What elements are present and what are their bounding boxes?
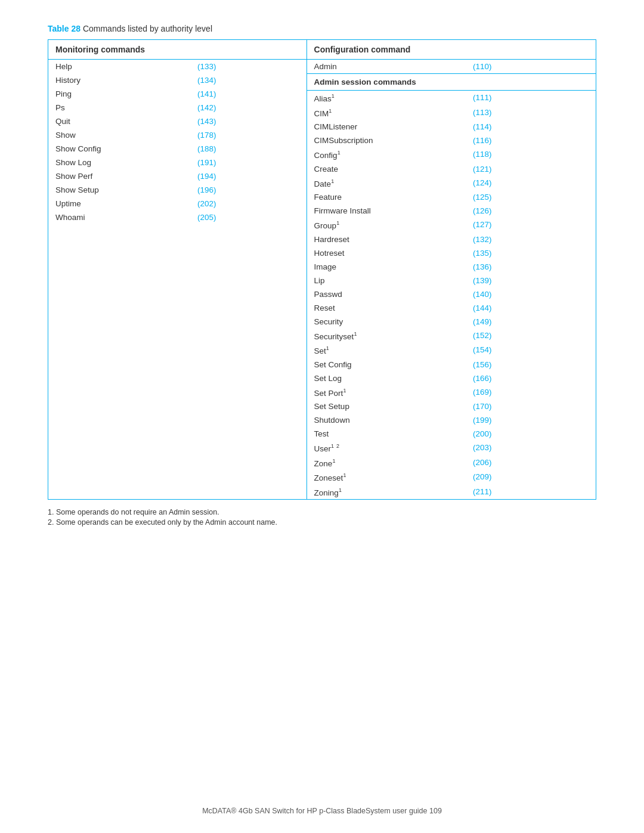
- table-number: Table 28: [48, 24, 80, 33]
- list-item: Set Setup (170): [307, 400, 596, 413]
- cmd-page: (116): [466, 134, 596, 147]
- cmd-page: (202): [190, 197, 306, 210]
- cmd-name: Uptime: [48, 197, 190, 210]
- list-item: Help (133): [48, 60, 306, 73]
- cmd-name: Set Port1: [307, 385, 466, 400]
- cmd-name: Whoami: [48, 210, 190, 224]
- monitoring-commands-cell: Help (133) History (134) Ping (141) Ps (…: [48, 60, 307, 500]
- cmd-name: Ping: [48, 87, 190, 101]
- cmd-page: (143): [190, 114, 306, 128]
- cmd-page: (124): [466, 176, 596, 191]
- monitoring-inner-table: Help (133) History (134) Ping (141) Ps (…: [48, 60, 306, 224]
- list-item: Set Port1 (169): [307, 385, 596, 400]
- list-item: Hardreset (132): [307, 233, 596, 246]
- config-inner-table: Admin (110) Admin session commands Alias…: [307, 60, 596, 499]
- cmd-name: Firmware Install: [307, 204, 466, 218]
- cmd-page: (142): [190, 101, 306, 114]
- table-title: Commands listed by authority level: [80, 24, 212, 33]
- cmd-name: CIM1: [307, 106, 466, 120]
- footnote: 1. Some operands do not require an Admin…: [48, 508, 596, 516]
- cmd-name: Security: [307, 315, 466, 329]
- list-item: Set1 (154): [307, 343, 596, 358]
- cmd-name: Feature: [307, 190, 466, 204]
- cmd-page: (141): [190, 87, 306, 101]
- list-item: History (134): [48, 73, 306, 87]
- cmd-page: (110): [466, 60, 596, 74]
- list-item: Image (136): [307, 260, 596, 274]
- cmd-name: Show Config: [48, 142, 190, 156]
- cmd-page: (166): [466, 371, 596, 385]
- cmd-name: Set1: [307, 343, 466, 358]
- cmd-name: Passwd: [307, 287, 466, 301]
- footnote: 2. Some operands can be executed only by…: [48, 518, 596, 527]
- cmd-page: (203): [466, 441, 596, 456]
- cmd-page: (113): [466, 106, 596, 120]
- list-item: Security (149): [307, 315, 596, 329]
- list-item: Whoami (205): [48, 210, 306, 224]
- cmd-name: Lip: [307, 274, 466, 287]
- cmd-page: (205): [190, 210, 306, 224]
- cmd-name: Quit: [48, 114, 190, 128]
- list-item: Date1 (124): [307, 176, 596, 191]
- cmd-name: Securityset1: [307, 329, 466, 343]
- cmd-page: (206): [466, 456, 596, 470]
- list-item: Securityset1 (152): [307, 329, 596, 343]
- cmd-page: (135): [466, 246, 596, 260]
- cmd-page: (139): [466, 274, 596, 287]
- cmd-name: Show Setup: [48, 183, 190, 197]
- list-item: Group1 (127): [307, 218, 596, 233]
- config-commands-cell: Admin (110) Admin session commands Alias…: [306, 60, 596, 500]
- cmd-name: Image: [307, 260, 466, 274]
- cmd-page: (121): [466, 162, 596, 176]
- list-item: Show Log (191): [48, 156, 306, 169]
- list-item: Quit (143): [48, 114, 306, 128]
- cmd-page: (200): [466, 427, 596, 441]
- list-item: Show Setup (196): [48, 183, 306, 197]
- cmd-page: (156): [466, 358, 596, 371]
- cmd-page: (136): [466, 260, 596, 274]
- list-item: Zoning1 (211): [307, 485, 596, 500]
- cmd-page: (118): [466, 147, 596, 162]
- list-item: Alias1 (111): [307, 91, 596, 106]
- cmd-name: Group1: [307, 218, 466, 233]
- cmd-name: Zone1: [307, 456, 466, 470]
- cmd-name: Show: [48, 128, 190, 142]
- cmd-name: Show Log: [48, 156, 190, 169]
- cmd-name: Reset: [307, 301, 466, 315]
- cmd-page: (111): [466, 91, 596, 106]
- cmd-name: Alias1: [307, 91, 466, 106]
- cmd-page: (209): [466, 470, 596, 485]
- list-item: Show Perf (194): [48, 169, 306, 183]
- list-item: Zone1 (206): [307, 456, 596, 470]
- cmd-page: (170): [466, 400, 596, 413]
- cmd-name: Zoning1: [307, 485, 466, 500]
- list-item: Lip (139): [307, 274, 596, 287]
- cmd-page: (154): [466, 343, 596, 358]
- cmd-page: (127): [466, 218, 596, 233]
- list-item: Passwd (140): [307, 287, 596, 301]
- cmd-page: (191): [190, 156, 306, 169]
- list-item: Admin (110): [307, 60, 596, 74]
- col1-header: Monitoring commands: [48, 40, 307, 60]
- cmd-page: (199): [466, 413, 596, 427]
- cmd-name: Set Setup: [307, 400, 466, 413]
- admin-session-header: Admin session commands: [307, 74, 596, 91]
- cmd-name: Config1: [307, 147, 466, 162]
- list-item: Test (200): [307, 427, 596, 441]
- list-item: CIM1 (113): [307, 106, 596, 120]
- cmd-name: Hardreset: [307, 233, 466, 246]
- list-item: CIMSubscription (116): [307, 134, 596, 147]
- list-item: Show Config (188): [48, 142, 306, 156]
- cmd-name: Create: [307, 162, 466, 176]
- cmd-name: Admin: [307, 60, 466, 74]
- cmd-name: CIMListener: [307, 120, 466, 134]
- list-item: CIMListener (114): [307, 120, 596, 134]
- list-item: Reset (144): [307, 301, 596, 315]
- list-item: Feature (125): [307, 190, 596, 204]
- list-item: User1 2 (203): [307, 441, 596, 456]
- cmd-page: (152): [466, 329, 596, 343]
- list-item: Ping (141): [48, 87, 306, 101]
- cmd-name: Test: [307, 427, 466, 441]
- table-caption: Table 28 Commands listed by authority le…: [48, 24, 596, 33]
- cmd-name: Zoneset1: [307, 470, 466, 485]
